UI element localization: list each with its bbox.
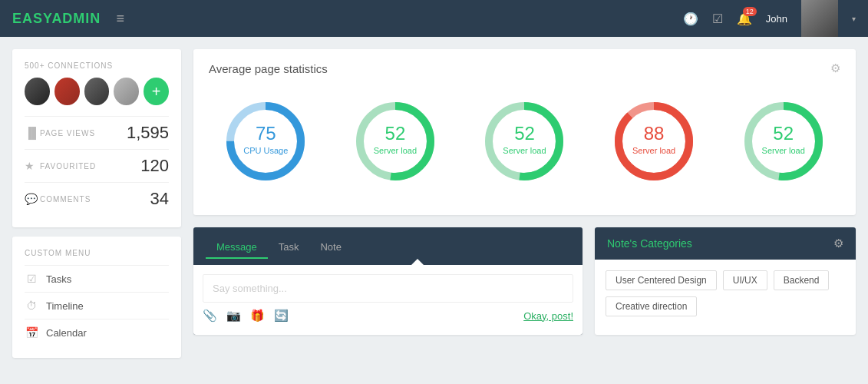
header: EASYADMIN ≡ 🕐 ☑ 🔔 12 John ▾ [0,0,868,37]
custom-menu-label: CUSTOM MENU [25,249,169,257]
note-tag[interactable]: UI/UX [723,270,767,290]
gauge-label-server4: Server load [762,146,805,155]
header-right: 🕐 ☑ 🔔 12 John ▾ [683,0,856,37]
sidebar-item-timeline[interactable]: ⏱ Timeline [25,292,169,319]
favourited-value: 120 [140,156,169,176]
gauge-text-server3: 88 Server load [632,123,675,155]
note-tag[interactable]: Backend [774,270,830,290]
comment-icon: 💬 [25,193,40,205]
message-body: Say something... 📎 📷 🎁 🔄 Okay, post! [193,265,583,335]
connections-card: 500+ CONNECTIONS + ▐▌ PAGE VIEWS 1,595 ★… [12,49,181,227]
avatar-2[interactable] [54,78,80,105]
gauge-label-server3: Server load [632,146,675,155]
clock-icon[interactable]: 🕐 [683,12,698,26]
page-views-value: 1,595 [127,123,169,143]
sidebar: 500+ CONNECTIONS + ▐▌ PAGE VIEWS 1,595 ★… [12,49,181,372]
logo-easy: EASY [12,11,51,26]
chevron-down-icon[interactable]: ▾ [852,15,856,23]
gauge-value-server2: 52 [503,123,546,144]
bar-chart-icon: ▐▌ [25,127,40,139]
calendar-icon: 📅 [25,326,38,339]
gauges-row: 75 CPU Usage 52 Server load 52 Server lo… [209,88,840,203]
content-area: Average page statistics ⚙ 75 CPU Usage 5… [193,49,856,372]
gauge-server2: 52 Server load [478,95,570,187]
notification-badge: 12 [743,7,757,16]
tab-note[interactable]: Note [309,235,351,259]
attachment-icon[interactable]: 📎 [203,309,217,323]
message-input-area[interactable]: Say something... [203,274,573,303]
tasks-label: Tasks [46,273,71,285]
avatar-image [801,0,838,37]
connections-avatars: + [25,78,169,105]
tab-message[interactable]: Message [206,235,268,259]
page-views-row: ▐▌ PAGE VIEWS 1,595 [25,116,169,149]
avatar[interactable] [801,0,838,37]
stats-card-header: Average page statistics ⚙ [209,61,840,75]
logo-admin: ADMIN [51,11,101,26]
favourited-label: FAVOURITED [40,162,140,170]
logo: EASYADMIN [12,11,101,27]
star-icon: ★ [25,160,40,172]
tasks-icon: ☑ [25,273,38,285]
gauge-text-server2: 52 Server load [503,123,546,155]
stats-card: Average page statistics ⚙ 75 CPU Usage 5… [193,49,856,215]
calendar-label: Calendar [46,327,87,339]
gauge-value-server4: 52 [762,123,805,144]
message-card: Message Task Note Say something... 📎 📷 🎁 [193,227,583,335]
post-button[interactable]: Okay, post! [523,310,573,322]
gauge-server4: 52 Server load [738,95,830,187]
notification-icon[interactable]: 🔔 12 [737,12,752,26]
gauge-text-cpu: 75 CPU Usage [243,123,288,155]
custom-menu-card: CUSTOM MENU ☑ Tasks ⏱ Timeline 📅 Calenda… [12,237,181,358]
camera-icon[interactable]: 📷 [226,309,241,323]
gauge-text-server1: 52 Server load [374,123,417,155]
gauge-text-server4: 52 Server load [762,123,805,155]
message-tabs: Message Task Note [193,227,583,259]
hamburger-icon[interactable]: ≡ [116,11,124,27]
gauge-value-server1: 52 [374,123,417,144]
gift-icon[interactable]: 🎁 [250,309,265,323]
message-placeholder: Say something... [213,283,563,294]
gauge-value-server3: 88 [632,123,675,144]
bottom-row: Message Task Note Say something... 📎 📷 🎁 [193,227,856,335]
timeline-icon: ⏱ [25,300,38,312]
check-icon[interactable]: ☑ [712,12,723,26]
gauge-label-server1: Server load [374,146,417,155]
avatar-4[interactable] [114,78,139,105]
sidebar-item-calendar[interactable]: 📅 Calendar [25,319,169,346]
tab-task[interactable]: Task [268,235,310,259]
comments-label: COMMENTS [40,195,150,204]
notes-body: User Centered DesignUI/UXBackendCreative… [595,260,856,327]
gauge-server3: 88 Server load [608,95,700,187]
connections-label: 500+ CONNECTIONS [25,61,169,70]
notes-header: Note's Categories ⚙ [595,227,856,260]
gauge-label-server2: Server load [503,146,546,155]
gauge-label-cpu: CPU Usage [243,146,288,155]
gauge-server1: 52 Server load [349,95,441,187]
message-actions: 📎 📷 🎁 🔄 Okay, post! [203,303,573,326]
comments-row: 💬 COMMENTS 34 [25,182,169,215]
avatar-3[interactable] [84,78,110,105]
favourited-row: ★ FAVOURITED 120 [25,149,169,182]
stats-card-title: Average page statistics [209,62,328,75]
page-views-label: PAGE VIEWS [40,129,127,137]
gauge-cpu: 75 CPU Usage [219,95,312,187]
notes-card: Note's Categories ⚙ User Centered Design… [595,227,856,335]
avatar-1[interactable] [25,78,50,105]
comments-value: 34 [150,189,169,209]
notes-title: Note's Categories [607,237,692,250]
refresh-icon[interactable]: 🔄 [274,309,289,323]
tab-indicator [411,259,424,265]
note-tag[interactable]: User Centered Design [606,270,717,290]
note-tag[interactable]: Creative direction [606,296,697,316]
sidebar-item-tasks[interactable]: ☑ Tasks [25,265,169,292]
username-label: John [766,13,787,25]
gear-icon[interactable]: ⚙ [830,61,840,75]
timeline-label: Timeline [46,300,84,312]
gauge-value-cpu: 75 [243,123,288,144]
notes-gear-icon[interactable]: ⚙ [833,237,843,250]
add-connection-button[interactable]: + [144,78,169,105]
main-layout: 500+ CONNECTIONS + ▐▌ PAGE VIEWS 1,595 ★… [0,37,868,384]
